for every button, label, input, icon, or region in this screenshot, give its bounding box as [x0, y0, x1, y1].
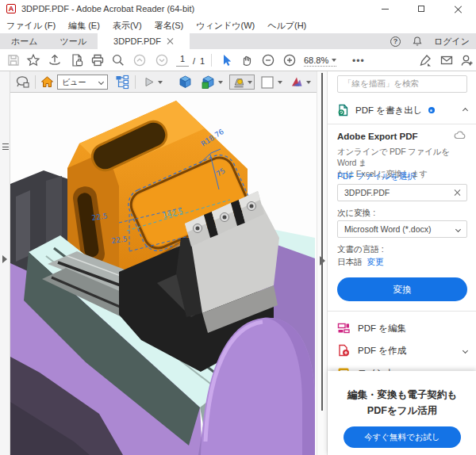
bookmarks-panel-icon[interactable] — [2, 143, 9, 150]
chevron-down-icon — [278, 81, 282, 84]
convert-to-label: 次に変換 : — [337, 208, 375, 219]
minimize-button[interactable] — [367, 0, 403, 17]
3d-toolbar-divider — [35, 75, 36, 89]
next-page-icon[interactable] — [155, 53, 169, 67]
previous-page-icon[interactable] — [132, 53, 147, 67]
title-bar: A 3DPDF.PDF - Adobe Acrobat Reader (64-b… — [0, 0, 476, 17]
hand-tool-icon[interactable] — [240, 53, 254, 67]
tab-document[interactable]: 3DPDF.PDF — [98, 33, 190, 49]
select-pdf-file-link[interactable]: PDF ファイルを選択 — [337, 171, 416, 182]
default-view-cube-icon[interactable] — [178, 75, 193, 90]
tool-search-placeholder: 「線を描画」を検索 — [344, 78, 419, 90]
chevron-down-icon — [248, 81, 252, 84]
3d-model: R18.76 75 142.5 22.5 22.5 — [10, 101, 315, 455]
tools-panel: 「線を描画」を検索 PDF を書き出し Adobe Export PDF オ — [327, 71, 476, 455]
star-icon[interactable] — [26, 53, 40, 67]
acrobat-app-icon: A — [6, 4, 16, 13]
chevron-down-icon — [306, 81, 311, 84]
create-pdf-row[interactable]: PDF を作成 — [337, 341, 467, 360]
tab-close-icon[interactable] — [167, 38, 174, 44]
free-trial-button[interactable]: 今すぐ無料でお試し — [344, 426, 461, 448]
left-panel-expand-icon[interactable] — [2, 255, 7, 263]
document-area: ビュー — [10, 71, 317, 455]
close-button[interactable] — [440, 0, 476, 17]
divider — [328, 124, 476, 124]
share-icon[interactable] — [48, 53, 62, 67]
edit-pdf-row[interactable]: PDF を編集 — [337, 319, 467, 338]
close-icon — [455, 6, 462, 13]
view-select-value: ビュー — [62, 77, 86, 88]
zoom-in-icon[interactable] — [282, 53, 297, 67]
save-icon[interactable] — [6, 53, 21, 67]
play-animation-button[interactable] — [143, 75, 163, 90]
search-icon[interactable] — [111, 53, 125, 67]
document-language-value: 日本語 — [337, 257, 363, 268]
email-icon[interactable] — [440, 53, 454, 67]
promo-line1: 編集・変換も電子契約も — [328, 388, 476, 402]
zoom-out-icon[interactable] — [261, 53, 275, 67]
bell-icon[interactable] — [412, 36, 423, 47]
document-toolbar: 1 / 1 68.8% ••• — [0, 49, 476, 71]
format-select[interactable]: Microsoft Word (*.docx) — [337, 220, 467, 238]
tab-home[interactable]: ホーム — [0, 33, 49, 49]
edit-pdf-icon — [337, 322, 350, 335]
page-lock-icon[interactable] — [70, 53, 84, 67]
tab-document-label: 3DPDF.PDF — [113, 33, 161, 49]
3d-toolbar: ビュー — [10, 71, 317, 93]
tab-tools[interactable]: ツール — [49, 33, 98, 49]
selected-file-name: 3DPDF.PDF — [344, 188, 390, 197]
print-icon[interactable] — [90, 53, 105, 67]
add-account-icon[interactable] — [459, 53, 474, 67]
page-number-input[interactable]: 1 — [176, 54, 189, 67]
chevron-down-icon — [218, 81, 223, 84]
clear-file-icon[interactable] — [454, 189, 460, 196]
select-tool-icon[interactable] — [219, 53, 233, 67]
menu-window[interactable]: ウィンドウ(W) — [190, 17, 261, 33]
login-button[interactable]: ログイン — [434, 36, 470, 48]
vertical-scrollbar[interactable] — [317, 71, 327, 455]
chevron-up-icon[interactable] — [463, 107, 468, 113]
scrollbar-thumb[interactable] — [321, 73, 323, 411]
format-select-value: Microsoft Word (*.docx) — [344, 224, 432, 234]
menu-file[interactable]: ファイル (F) — [0, 17, 62, 33]
orbit-tool-icon[interactable] — [15, 75, 31, 90]
menu-view[interactable]: 表示(V) — [106, 17, 148, 33]
menu-edit[interactable]: 編集 (E) — [62, 17, 106, 33]
3d-model-canvas[interactable]: R18.76 75 142.5 22.5 22.5 — [10, 93, 317, 455]
render-mode-button[interactable] — [201, 75, 223, 90]
maximize-button[interactable] — [403, 0, 440, 17]
help-icon[interactable]: ? — [390, 36, 401, 47]
home-view-icon[interactable] — [40, 75, 54, 90]
document-language-label: 文書の言語 : — [337, 244, 384, 255]
menu-help[interactable]: ヘルプ(H) — [261, 17, 313, 33]
page-separator: / — [193, 56, 195, 66]
promo-card: 編集・変換も電子契約も PDFをフル活用 今すぐ無料でお試し — [328, 371, 476, 455]
zoom-level-dropdown[interactable]: 68.8% — [304, 55, 336, 67]
more-tools-button[interactable]: ••• — [352, 55, 365, 67]
export-pdf-icon — [337, 104, 350, 117]
change-language-link[interactable]: 変更 — [367, 257, 384, 268]
panel-collapse-icon[interactable] — [320, 256, 325, 266]
content-area: ビュー — [0, 71, 476, 455]
tool-search-input[interactable]: 「線を描画」を検索 — [337, 75, 467, 93]
selected-file-field[interactable]: 3DPDF.PDF — [337, 184, 467, 201]
page-total: 1 — [200, 56, 205, 66]
model-tree-icon[interactable] — [115, 75, 130, 90]
cloud-icon — [454, 130, 466, 140]
acrobat-window: A 3DPDF.PDF - Adobe Acrobat Reader (64-b… — [0, 0, 476, 455]
3d-toolbar-divider — [135, 75, 136, 89]
fill-sign-icon[interactable] — [418, 53, 432, 67]
export-section-title[interactable]: PDF を書き出し — [355, 105, 423, 117]
cross-section-button[interactable] — [290, 75, 311, 90]
background-color-button[interactable] — [261, 75, 282, 90]
minimize-icon — [382, 9, 389, 10]
maximize-icon — [418, 6, 424, 12]
toolbar-divider — [211, 54, 212, 67]
lighting-button[interactable] — [229, 75, 255, 90]
menu-sign[interactable]: 署名(S) — [148, 17, 190, 33]
convert-button[interactable]: 変換 — [337, 277, 467, 301]
left-nav-strip — [0, 71, 10, 455]
divider — [328, 311, 476, 312]
view-select[interactable]: ビュー — [57, 75, 108, 90]
zoom-level-value: 68.8% — [304, 55, 328, 65]
